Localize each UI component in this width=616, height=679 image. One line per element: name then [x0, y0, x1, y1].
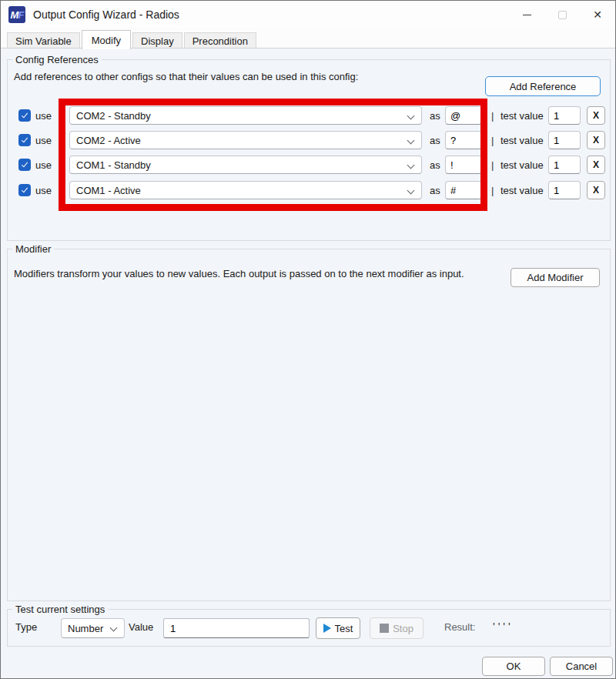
test-value-label: test value — [500, 110, 545, 122]
chevron-down-icon — [407, 112, 415, 120]
remove-reference-button[interactable]: X — [587, 106, 605, 125]
value-input[interactable] — [163, 618, 310, 638]
separator: | — [491, 159, 494, 171]
placeholder-char-input[interactable] — [445, 131, 482, 149]
use-checkbox[interactable] — [18, 184, 31, 196]
tab-sim-variable[interactable]: Sim Variable — [7, 32, 80, 48]
minimize-button[interactable] — [509, 1, 544, 28]
check-icon — [22, 112, 28, 119]
placeholder-char-input[interactable] — [445, 181, 482, 199]
config-select[interactable]: COM1 - Standby — [69, 156, 422, 174]
test-value-input[interactable] — [548, 156, 581, 174]
use-label: use — [35, 159, 52, 171]
stop-icon — [380, 624, 389, 633]
chevron-down-icon — [407, 187, 415, 195]
check-icon — [22, 136, 28, 143]
config-select[interactable]: COM1 - Active — [69, 181, 422, 199]
remove-reference-button[interactable]: X — [587, 156, 605, 174]
window-controls: ✕ — [509, 1, 615, 28]
maximize-button[interactable] — [544, 1, 580, 28]
config-references-description: Add references to other configs so that … — [14, 71, 358, 82]
test-value-input[interactable] — [548, 106, 581, 125]
config-select-value: COM2 - Standby — [76, 110, 151, 122]
use-label: use — [35, 185, 52, 196]
value-label: Value — [129, 610, 153, 647]
config-reference-row: use COM1 - Active as | test value X — [8, 181, 610, 199]
config-select[interactable]: COM2 - Standby — [69, 106, 422, 125]
close-icon: ✕ — [593, 9, 602, 20]
chevron-down-icon — [407, 137, 415, 145]
placeholder-char-input[interactable] — [445, 156, 482, 174]
stop-button[interactable]: Stop — [370, 617, 424, 639]
use-label: use — [35, 135, 52, 146]
config-select-value: COM1 - Active — [76, 185, 141, 196]
type-select-value: Number — [68, 623, 103, 634]
separator: | — [491, 110, 494, 122]
mobiflight-logo-icon: MF — [8, 6, 25, 23]
use-checkbox[interactable] — [18, 159, 31, 171]
tab-strip: Sim Variable Modify Display Precondition — [1, 28, 615, 48]
modifier-description: Modifiers transform your values to new v… — [14, 268, 464, 279]
add-reference-button[interactable]: Add Reference — [485, 76, 601, 96]
close-button[interactable]: ✕ — [580, 1, 615, 28]
separator: | — [491, 135, 494, 146]
config-select[interactable]: COM2 - Active — [69, 131, 422, 149]
window-title: Output Config Wizard - Radios — [33, 1, 179, 28]
modifier-group: Modifier Modifiers transform your values… — [7, 249, 611, 601]
config-references-title: Config References — [12, 54, 102, 65]
config-select-value: COM2 - Active — [76, 135, 141, 146]
maximize-icon — [558, 11, 567, 19]
tab-precondition[interactable]: Precondition — [184, 32, 256, 48]
config-select-value: COM1 - Standby — [76, 159, 151, 171]
test-value-label: test value — [500, 135, 545, 146]
placeholder-char-input[interactable] — [445, 106, 482, 125]
play-icon — [323, 624, 331, 633]
separator: | — [491, 185, 494, 196]
tab-modify[interactable]: Modify — [82, 30, 131, 49]
test-value-input[interactable] — [548, 131, 581, 149]
test-button-label: Test — [335, 623, 353, 634]
minimize-icon — [523, 15, 531, 15]
ok-button[interactable]: OK — [482, 657, 545, 676]
chevron-down-icon — [407, 162, 415, 169]
as-label: as — [430, 159, 442, 171]
remove-reference-button[interactable]: X — [587, 131, 605, 149]
test-value-input[interactable] — [548, 181, 581, 199]
test-value-label: test value — [500, 185, 545, 196]
test-settings-group: Test current settings Type Number Value … — [7, 609, 611, 647]
modifier-title: Modifier — [12, 243, 54, 255]
test-value-label: test value — [500, 159, 545, 171]
config-reference-row: use COM1 - Standby as | test value X — [8, 156, 610, 174]
as-label: as — [430, 185, 442, 196]
config-reference-row: use COM2 - Standby as | test value X — [8, 106, 610, 125]
use-checkbox[interactable] — [18, 134, 31, 146]
check-icon — [22, 161, 28, 168]
output-config-wizard-dialog: MF Output Config Wizard - Radios ✕ Sim V… — [0, 0, 616, 679]
titlebar: MF Output Config Wizard - Radios ✕ — [1, 1, 615, 28]
config-reference-row: use COM2 - Active as | test value X — [8, 131, 610, 149]
check-icon — [22, 186, 28, 193]
test-button[interactable]: Test — [316, 617, 360, 639]
remove-reference-button[interactable]: X — [587, 181, 605, 199]
result-value: '''' — [493, 610, 514, 647]
config-references-group: Config References Add references to othe… — [7, 59, 611, 241]
add-modifier-button[interactable]: Add Modifier — [511, 268, 600, 287]
type-select[interactable]: Number — [61, 618, 125, 638]
use-checkbox[interactable] — [18, 109, 31, 122]
as-label: as — [430, 135, 442, 146]
cancel-button[interactable]: Cancel — [550, 657, 613, 676]
type-label: Type — [15, 610, 37, 647]
as-label: as — [430, 110, 442, 122]
result-label: Result: — [444, 610, 475, 647]
stop-button-label: Stop — [393, 623, 413, 634]
use-label: use — [35, 110, 52, 122]
tab-display[interactable]: Display — [132, 32, 182, 48]
chevron-down-icon — [110, 624, 118, 632]
